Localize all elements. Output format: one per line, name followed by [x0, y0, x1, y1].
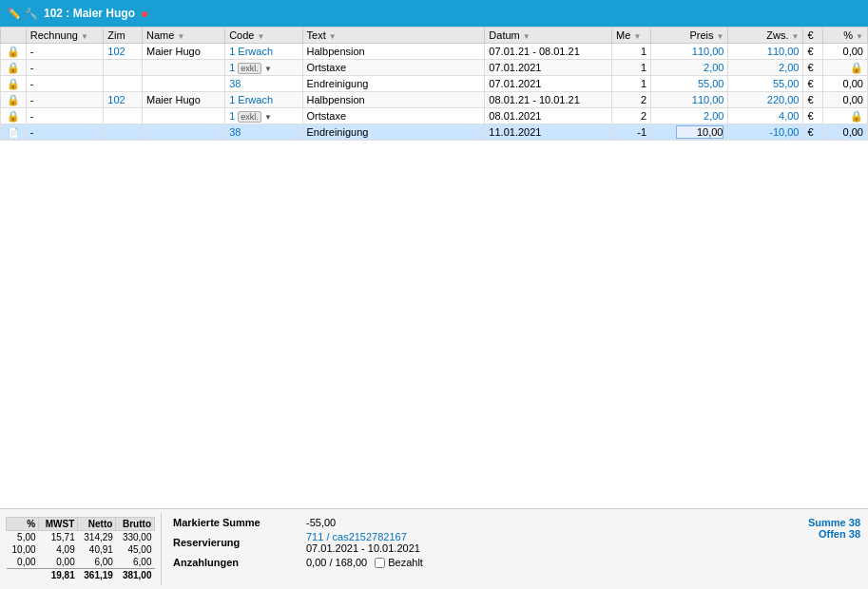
code-cell: 1 Erwach [225, 44, 302, 60]
rechnung-cell: - [26, 124, 104, 141]
eur-cell: € [803, 108, 823, 124]
zim-cell [104, 108, 143, 124]
col-header-text[interactable]: Text ▼ [302, 28, 485, 44]
datum-cell: 08.01.2021 [485, 108, 612, 124]
table-row[interactable]: 🔒-38Endreinigung07.01.2021155,0055,00€0,… [1, 76, 868, 92]
bottom-panel: % MWST Netto Brutto 5,0015,71314,29330,0… [0, 508, 868, 589]
eur-cell: € [803, 124, 823, 141]
me-cell: 1 [612, 44, 651, 60]
tax-table: % MWST Netto Brutto 5,0015,71314,29330,0… [6, 517, 155, 581]
name-cell [142, 76, 224, 92]
pct-cell: 0,00 [823, 44, 868, 60]
table-row[interactable]: 🔒-1 exkl. ▼Ortstaxe07.01.202112,002,00€🔒 [1, 60, 868, 76]
preis-input[interactable] [676, 125, 723, 139]
bezahlt-label: Bezahlt [388, 557, 423, 568]
tax-cell: 15,71 [39, 531, 78, 544]
zim-cell: 102 [104, 44, 143, 60]
name-cell: Maier Hugo [142, 92, 224, 108]
tax-cell: 0,00 [39, 556, 78, 569]
name-cell: Maier Hugo [142, 44, 224, 60]
table-row[interactable]: 🔒-102Maier Hugo1 ErwachHalbpension07.01.… [1, 44, 868, 60]
preis-cell: 110,00 [651, 92, 728, 108]
col-header-code[interactable]: Code ▼ [225, 28, 302, 44]
col-header-pct[interactable]: % ▼ [823, 28, 868, 44]
col-header-rechnung[interactable]: Rechnung ▼ [26, 28, 104, 44]
anzahlungen-label: Anzahlungen [173, 557, 306, 568]
col-header-lock [1, 28, 27, 44]
lock-icon: 🔒 [7, 62, 20, 73]
sort-icon-datum: ▼ [523, 32, 530, 41]
tax-table-row: 5,0015,71314,29330,00 [7, 531, 155, 544]
rechnung-cell: - [26, 92, 104, 108]
pct-cell: 0,00 [823, 76, 868, 92]
tax-total-brutto: 381,00 [116, 569, 155, 582]
zws-cell: 2,00 [728, 60, 803, 76]
sort-icon-zws: ▼ [792, 32, 800, 41]
main-content: Rechnung ▼ Zim Name ▼ Code ▼ [0, 27, 868, 589]
bottom-middle-panel: Markierte Summe -55,00 Reservierung 711 … [162, 513, 773, 585]
lock-cell: 🔒 [1, 92, 27, 108]
tax-total-mwst: 19,81 [39, 569, 78, 582]
markierte-summe-label: Markierte Summe [173, 517, 306, 528]
sort-icon: ▼ [81, 32, 88, 41]
markierte-summe-value: -55,00 [306, 517, 336, 528]
tax-cell: 314,29 [78, 531, 116, 544]
table-row[interactable]: 📄-38Endreinigung11.01.2021-1-10,00€0,00 [1, 124, 868, 141]
table-row[interactable]: 🔒-102Maier Hugo1 ErwachHalbpension08.01.… [1, 92, 868, 108]
lock-icon: 🔒 [7, 78, 20, 89]
lock-icon: 🔒 [7, 46, 20, 57]
arrow-icon: ▼ [264, 65, 272, 73]
summe-label: Summe 38 [781, 517, 860, 528]
lock-cell: 📄 [1, 124, 27, 141]
preis-cell: 2,00 [651, 108, 728, 124]
col-header-me[interactable]: Me ▼ [612, 28, 651, 44]
zws-cell: 110,00 [728, 44, 803, 60]
tax-cell: 40,91 [78, 543, 116, 556]
lock-cell: 🔒 [1, 76, 27, 92]
sort-icon-preis: ▼ [717, 32, 724, 41]
datum-cell: 07.01.2021 [485, 76, 612, 92]
name-cell [142, 124, 224, 141]
col-header-zim[interactable]: Zim [104, 28, 143, 44]
anzahlungen-value: 0,00 / 168,00 [306, 557, 367, 568]
me-cell: 2 [612, 92, 651, 108]
code-value: 1 [229, 62, 235, 73]
code-cell: 1 Erwach [225, 92, 302, 108]
me-cell: -1 [612, 124, 651, 141]
col-header-datum[interactable]: Datum ▼ [485, 28, 612, 44]
settings-icon[interactable]: 🔧 [25, 8, 38, 20]
col-header-preis[interactable]: Preis ▼ [651, 28, 728, 44]
text-cell: Endreinigung [302, 76, 485, 92]
zim-cell: 102 [104, 92, 143, 108]
preis-cell[interactable] [651, 124, 728, 141]
lock-icon: 🔒 [7, 94, 20, 105]
exkl-tag: exkl. [238, 63, 261, 74]
title-bar: ✏️ 🔧 102 : Maier Hugo ● [0, 0, 868, 27]
tax-total-row: 19,81 361,19 381,00 [7, 569, 155, 582]
datum-cell: 11.01.2021 [485, 124, 612, 141]
zws-cell: 4,00 [728, 108, 803, 124]
tax-cell: 330,00 [116, 531, 155, 544]
col-header-name[interactable]: Name ▼ [142, 28, 224, 44]
table-row[interactable]: 🔒-1 exkl. ▼Ortstaxe08.01.202122,004,00€🔒 [1, 108, 868, 124]
reservierung-value2: 07.01.2021 - 10.01.2021 [306, 542, 420, 554]
edit-icon[interactable]: ✏️ [8, 8, 21, 20]
bezahlt-checkbox[interactable] [375, 558, 385, 568]
markierte-summe-row: Markierte Summe -55,00 [173, 517, 762, 528]
code-cell: 38 [225, 76, 302, 92]
tax-cell: 6,00 [116, 556, 155, 569]
tax-total-netto: 361,19 [78, 569, 116, 582]
eur-cell: € [803, 60, 823, 76]
col-header-zws[interactable]: Zws. ▼ [728, 28, 803, 44]
text-cell: Endreinigung [302, 124, 485, 141]
pct-cell: 0,00 [823, 124, 868, 141]
me-cell: 1 [612, 76, 651, 92]
text-cell: Ortstaxe [302, 60, 485, 76]
sort-icon-name: ▼ [177, 32, 184, 41]
window-title: 102 : Maier Hugo [44, 7, 135, 20]
rechnung-cell: - [26, 44, 104, 60]
rechnung-cell: - [26, 76, 104, 92]
tax-cell: 45,00 [116, 543, 155, 556]
tax-col-pct: % [7, 518, 39, 531]
bottom-right-panel: Summe 38 Offen 38 [773, 513, 868, 585]
